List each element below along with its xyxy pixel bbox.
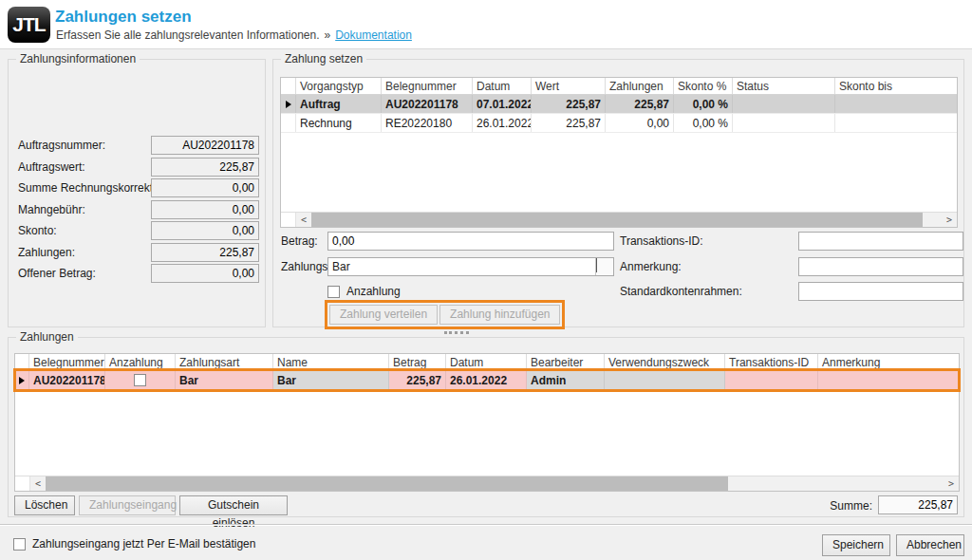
col-anmerkung[interactable]: Anmerkung [818, 354, 959, 370]
scroll-right-icon[interactable]: > [944, 476, 959, 491]
table-row[interactable]: Auftrag AU202201178 07.01.2022 225,87 22… [281, 95, 957, 114]
scroll-left-icon[interactable]: < [30, 476, 46, 491]
chevron-down-icon [596, 258, 597, 272]
summe-field[interactable] [878, 495, 958, 514]
col-name[interactable]: Name [273, 354, 389, 370]
cell-anmerkung[interactable] [818, 371, 959, 389]
cell-wert[interactable]: 225,87 [532, 95, 606, 113]
betrag-input[interactable] [327, 232, 614, 251]
offener-betrag-field[interactable] [151, 264, 259, 283]
scroll-right-icon[interactable]: > [942, 213, 957, 227]
col-zahlungsart[interactable]: Zahlungsart [176, 354, 273, 370]
col-transaktions-id[interactable]: Transaktions-ID [725, 354, 818, 370]
cell-status[interactable] [733, 95, 835, 113]
email-confirm-checkbox[interactable] [13, 538, 26, 551]
cell-skonto[interactable]: 0,00 % [674, 95, 733, 113]
col-verwendungszweck[interactable]: Verwendungszweck [605, 354, 725, 370]
col-belegnummer[interactable]: Belegnummer [382, 78, 473, 94]
loeschen-button[interactable]: Löschen [14, 495, 75, 515]
cell-skonto-bis[interactable] [835, 95, 957, 113]
cell-skonto[interactable]: 0,00 % [674, 114, 733, 132]
cell-belegnummer[interactable]: RE20220180 [382, 114, 473, 132]
cell-datum[interactable]: 07.01.2022 [473, 95, 532, 113]
cell-zahlungen[interactable]: 225,87 [606, 95, 674, 113]
anmerkung-label: Anmerkung: [620, 257, 682, 276]
payments-grid-hscrollbar[interactable]: < > [15, 476, 959, 491]
highlight-box-actions: Zahlung verteilen Zahlung hinzufügen [325, 300, 565, 329]
col-vorgangstyp[interactable]: Vorgangstyp [296, 78, 382, 94]
col-belegnummer[interactable]: Belegnummer [29, 354, 105, 370]
mahngebuehr-label: Mahngebühr: [18, 200, 85, 219]
auftragswert-label: Auftragswert: [18, 158, 85, 177]
transaktions-id-input[interactable] [798, 232, 963, 251]
cell-vorgangstyp[interactable]: Auftrag [296, 95, 382, 113]
cell-zahlungsart[interactable]: Bar [176, 371, 273, 389]
email-confirm-label[interactable]: Zahlungseingang jetzt Per E-Mail bestäti… [32, 537, 255, 551]
auftragsnummer-field[interactable] [151, 136, 259, 155]
panel-splitter-handle[interactable] [444, 331, 469, 334]
anmerkung-input[interactable] [798, 257, 963, 276]
col-wert[interactable]: Wert [532, 78, 606, 94]
row-marker-header[interactable] [281, 78, 296, 94]
col-anzahlung[interactable]: Anzahlung [105, 354, 176, 370]
anzahlung-checkbox[interactable] [327, 286, 340, 298]
row-marker-header[interactable] [15, 354, 29, 370]
rechnungskorrektur-field[interactable] [151, 178, 259, 197]
zahlungen-field[interactable] [151, 243, 259, 262]
table-row[interactable]: Rechnung RE20220180 26.01.2022 225,87 0,… [281, 114, 957, 133]
col-bearbeiter[interactable]: Bearbeiter [527, 354, 605, 370]
col-zahlungen[interactable]: Zahlungen [606, 78, 674, 94]
cell-zahlungen[interactable]: 0,00 [606, 114, 674, 132]
payments-title: Zahlungen [16, 330, 78, 344]
documentation-link[interactable]: Dokumentation [335, 28, 412, 42]
scrollbar-track[interactable] [311, 213, 942, 227]
cell-anzahlung[interactable] [105, 371, 176, 389]
cell-wert[interactable]: 225,87 [532, 114, 606, 132]
skonto-field[interactable] [151, 221, 259, 240]
col-datum[interactable]: Datum [473, 78, 532, 94]
auftragswert-field[interactable] [151, 158, 259, 177]
zahlung-hinzufuegen-button[interactable]: Zahlung hinzufügen [439, 305, 560, 325]
zahlung-verteilen-button[interactable]: Zahlung verteilen [329, 305, 438, 325]
cell-bearbeiter[interactable]: Admin [527, 371, 605, 389]
scrollbar-thumb[interactable] [311, 213, 923, 227]
col-datum[interactable]: Datum [446, 354, 527, 370]
cell-verwendungszweck[interactable] [605, 371, 725, 389]
cell-status[interactable] [733, 114, 835, 132]
cell-vorgangstyp[interactable]: Rechnung [296, 114, 382, 132]
cell-belegnummer[interactable]: AU202201178 [29, 371, 105, 389]
row-marker [281, 114, 296, 132]
cell-betrag[interactable]: 225,87 [389, 371, 446, 389]
cell-name[interactable]: Bar [273, 371, 389, 389]
footer-divider [0, 524, 972, 525]
anzahlung-checkbox-label[interactable]: Anzahlung [346, 285, 401, 298]
mahngebuehr-field[interactable] [151, 200, 259, 219]
scrollbar-thumb[interactable] [46, 476, 728, 491]
zahlungseingang-button[interactable]: Zahlungseingang [79, 495, 176, 515]
scrollbar-track[interactable] [46, 476, 944, 491]
documents-grid: Vorgangstyp Belegnummer Datum Wert Zahlu… [280, 77, 958, 228]
scrollbar-corner [281, 213, 296, 227]
table-row[interactable]: AU202201178 Bar Bar 225,87 26.01.2022 Ad… [15, 371, 959, 390]
abbrechen-button[interactable]: Abbrechen [896, 534, 964, 556]
payments-grid: Belegnummer Anzahlung Zahlungsart Name B… [14, 353, 960, 492]
zahlungsart-select[interactable]: Bar [327, 257, 614, 276]
cell-datum[interactable]: 26.01.2022 [446, 371, 527, 389]
anzahlung-row-checkbox[interactable] [134, 374, 146, 386]
documents-grid-hscrollbar[interactable]: < > [281, 212, 957, 227]
cell-transaktions-id[interactable] [725, 371, 818, 389]
scroll-left-icon[interactable]: < [296, 213, 311, 227]
col-skonto-bis[interactable]: Skonto bis [835, 78, 957, 94]
cell-skonto-bis[interactable] [835, 114, 957, 132]
gutschein-einloesen-button[interactable]: Gutschein einlösen [179, 495, 288, 515]
dropdown-button[interactable] [595, 258, 613, 275]
cell-belegnummer[interactable]: AU202201178 [382, 95, 473, 113]
speichern-button[interactable]: Speichern [822, 534, 890, 556]
payment-info-groupbox: Zahlungsinformationen Auftragsnummer: Au… [8, 59, 266, 327]
col-status[interactable]: Status [733, 78, 835, 94]
selected-row-arrow-icon [286, 101, 291, 108]
col-skonto[interactable]: Skonto % [674, 78, 733, 94]
col-betrag[interactable]: Betrag [389, 354, 446, 370]
cell-datum[interactable]: 26.01.2022 [473, 114, 532, 132]
standardkontenrahmen-input[interactable] [798, 282, 963, 301]
